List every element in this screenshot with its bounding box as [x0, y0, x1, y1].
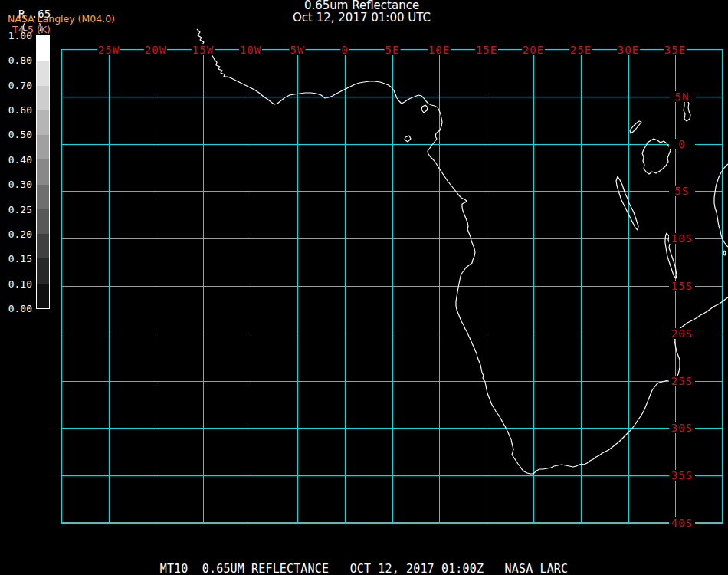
longitude-label: 0	[340, 44, 349, 55]
parameter2-label: T4-5 (K)	[12, 24, 51, 35]
longitude-label: 15W	[192, 44, 215, 55]
latitude-label: 20S	[669, 328, 695, 339]
latitude-label: 5S	[669, 186, 695, 196]
latitude-label: 5N	[669, 91, 695, 102]
page-title: 0.65um Reflectance	[0, 0, 723, 12]
sao-tome-island	[405, 136, 411, 142]
longitude-label: 5E	[385, 44, 401, 55]
coastline-overlay	[0, 0, 728, 575]
longitude-label: 30E	[617, 44, 640, 55]
latitude-label: 10S	[669, 233, 695, 244]
longitude-label: 10W	[239, 44, 262, 55]
longitude-label: 25E	[569, 44, 592, 55]
latitude-label: 0	[669, 139, 695, 150]
african-west-and-south-coast	[197, 29, 728, 474]
latitude-label: 25S	[669, 376, 695, 386]
east-africa-indian-ocean-coast	[714, 164, 728, 247]
lake-albert	[630, 121, 641, 133]
lake-tanganyika	[616, 176, 638, 230]
footer-annotation: MT10 0.65UM REFLECTANCE OCT 12, 2017 01:…	[0, 564, 728, 575]
latitude-label: 30S	[669, 422, 695, 433]
longitude-label: 20W	[144, 44, 167, 55]
longitude-label: 10E	[428, 44, 451, 55]
longitude-label: 15E	[475, 44, 498, 55]
longitude-label: 35E	[664, 44, 687, 55]
longitude-label: 5W	[290, 44, 306, 55]
latitude-label: 40S	[669, 518, 695, 528]
longitude-label: 25W	[97, 44, 120, 55]
latitude-label: 35S	[669, 470, 695, 481]
latitude-label: 15S	[669, 281, 695, 291]
longitude-label: 20E	[522, 44, 545, 55]
zanzibar-island	[723, 251, 726, 255]
lake-victoria	[642, 139, 671, 174]
bioko-island	[421, 105, 428, 113]
lake-turkana	[684, 100, 690, 121]
satellite-product-viewer: { "header": { "title": "0.65um Reflectan…	[0, 0, 728, 575]
